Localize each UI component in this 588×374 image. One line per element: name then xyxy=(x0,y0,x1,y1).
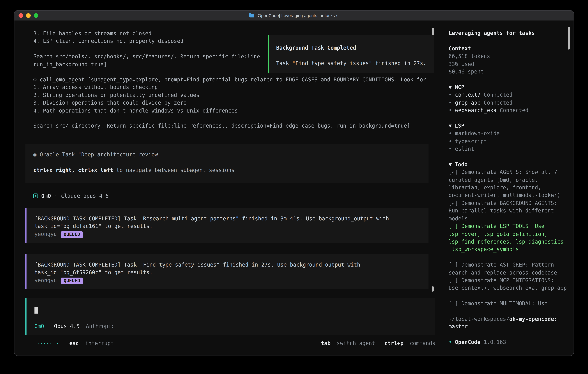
nav-hint-keys: ctrl+x right, ctrl+x left xyxy=(33,167,113,173)
bullet-icon: • xyxy=(449,146,452,152)
agent-separator: · xyxy=(54,192,57,200)
bullet-icon: • xyxy=(449,138,452,144)
terminal-window: [OpenCode] Leveraging agents for tasks ◐… xyxy=(14,10,574,356)
mcp-name: websearch_exa xyxy=(455,107,497,113)
sidebar: Leveraging agents for tasks Context 66,5… xyxy=(442,21,574,355)
tool-call-args: 1. Array access without bounds checking … xyxy=(33,83,435,114)
message-text: [BACKGROUND TASK COMPLETED] Task "Find t… xyxy=(34,261,422,276)
status-right: tab switch agent ctrl+p commands xyxy=(321,339,435,347)
esc-key-hint: esc xyxy=(69,340,79,346)
mcp-section: ▼MCP • context7 Connected • grep_app Con… xyxy=(449,83,567,114)
lsp-name: markdown-oxide xyxy=(455,130,500,136)
mcp-heading: ▼MCP xyxy=(449,83,567,91)
commands-label: commands xyxy=(410,340,435,346)
oracle-title: Oracle Task "Deep architecture review" xyxy=(40,151,161,157)
message-author: yeongyu xyxy=(34,277,57,283)
status-bar: ········ esc interrupt tab switch agent … xyxy=(33,339,435,347)
todo-heading: ▼Todo xyxy=(449,161,567,168)
folder-icon xyxy=(249,14,254,17)
mcp-item: • grep_app Connected xyxy=(449,99,567,106)
switch-agent-label: switch agent xyxy=(337,340,375,346)
prompt-input[interactable]: OmO Opus 4.5 Anthropic xyxy=(25,298,435,335)
mcp-name: context7 xyxy=(455,92,481,98)
bullet-icon: • xyxy=(449,339,452,345)
bullet-icon: • xyxy=(449,130,452,136)
input-provider: Anthropic xyxy=(86,323,115,329)
message-meta: yeongyuQUEUED xyxy=(34,276,422,284)
nav-hint-text: to navigate between subagent sessions xyxy=(113,167,234,173)
bullet-icon: • xyxy=(449,107,452,113)
lsp-item: • markdown-oxide xyxy=(449,130,567,137)
queued-badge: QUEUED xyxy=(61,231,83,238)
agent-model: claude-opus-4-5 xyxy=(61,192,109,200)
context-heading: Context xyxy=(449,44,567,52)
message-block: [BACKGROUND TASK COMPLETED] Task "Find t… xyxy=(25,254,428,289)
bullet-icon: • xyxy=(449,100,452,105)
oracle-icon: ◉ xyxy=(33,151,36,157)
notification-title: Background Task Completed xyxy=(276,44,434,52)
context-section: Context 66,518 tokens 33% used $0.46 spe… xyxy=(449,44,567,75)
todo-item: [ ] Demonstrate MULTIMODAL: Use xyxy=(449,300,567,307)
app-version: 1.0.163 xyxy=(484,339,506,345)
interrupt-label: interrupt xyxy=(85,340,114,346)
main-terminal: 3. File handles or streams not closed 4.… xyxy=(14,21,442,355)
close-button[interactable] xyxy=(19,13,23,18)
collapse-triangle-icon: ▼ xyxy=(449,84,452,90)
agent-header: OmO · claude-opus-4-5 xyxy=(33,192,109,200)
sidebar-scrollbar-thumb[interactable] xyxy=(568,27,570,50)
window-title-text: [OpenCode] Leveraging agents for tasks ◐ xyxy=(257,13,338,18)
titlebar: [OpenCode] Leveraging agents for tasks ◐ xyxy=(14,10,574,21)
desktop: [OpenCode] Leveraging agents for tasks ◐… xyxy=(0,0,588,374)
todo-item: [ ] Demonstrate LSP TOOLS: Use lsp_hover… xyxy=(449,222,567,253)
message-text: [BACKGROUND TASK COMPLETED] Task "Resear… xyxy=(34,215,422,230)
gear-icon: ⚙ xyxy=(33,76,36,83)
todo-item: [✓] Demonstrate AGENTS: Show all 7 curat… xyxy=(449,168,567,199)
collapse-triangle-icon: ▼ xyxy=(449,161,452,167)
collapse-triangle-icon: ▼ xyxy=(449,123,452,129)
input-agent-name: OmO xyxy=(34,323,44,329)
todo-item: [✓] Demonstrate BACKGROUND AGENTS: Run p… xyxy=(449,199,567,222)
lsp-heading: ▼LSP xyxy=(449,122,567,130)
mcp-item: • websearch_exa Connected xyxy=(449,106,567,114)
notification-toast: Background Task Completed Task "Find typ… xyxy=(268,35,434,73)
lsp-name: typescript xyxy=(455,138,487,144)
mcp-status: Connected xyxy=(484,92,513,98)
tool-call-header: call_omo_agent [subagent_type=explore, p… xyxy=(40,76,426,83)
queued-badge: QUEUED xyxy=(61,278,83,284)
spinner-dots: ········ xyxy=(33,340,59,346)
mcp-name: grep_app xyxy=(455,100,481,105)
tool-call-block: ⚙ call_omo_agent [subagent_type=explore,… xyxy=(33,76,435,130)
workspace-prefix: ~/local-workspaces/ xyxy=(449,316,509,322)
workspace-path: ~/local-workspaces/oh-my-opencode: maste… xyxy=(449,315,567,331)
bullet-icon: • xyxy=(449,92,452,98)
text-cursor xyxy=(34,307,38,314)
subagent-nav-hint: ctrl+x right, ctrl+x left to navigate be… xyxy=(33,166,422,174)
tab-key-hint: tab xyxy=(321,340,331,346)
workspace-branch: master xyxy=(449,323,567,331)
zoom-button[interactable] xyxy=(34,13,38,18)
todo-item: [ ] Demonstrate AST-GREP: Pattern search… xyxy=(449,261,567,277)
lsp-item: • typescript xyxy=(449,137,567,145)
context-used: 33% used xyxy=(449,60,567,68)
agent-name: OmO xyxy=(41,192,51,200)
todo-item: [ ] Demonstrate MCP INTEGRATIONS: Use co… xyxy=(449,276,567,292)
message-author: yeongyu xyxy=(34,231,57,237)
message-block: [BACKGROUND TASK COMPLETED] Task "Resear… xyxy=(25,208,428,243)
opencode-version: • OpenCode 1.0.163 xyxy=(449,338,567,346)
session-title: Leveraging agents for tasks xyxy=(449,29,567,37)
context-tokens: 66,518 tokens xyxy=(449,52,567,60)
minimize-button[interactable] xyxy=(26,13,31,18)
workspace-repo: oh-my-opencode: xyxy=(509,316,557,322)
context-spent: $0.46 spent xyxy=(449,68,567,75)
oracle-panel: ◉ Oracle Task "Deep architecture review"… xyxy=(25,144,428,183)
input-model: Opus 4.5 xyxy=(54,323,80,329)
notification-body: Task "Find type safety issues" finished … xyxy=(276,59,434,67)
message-scrollbar-thumb[interactable] xyxy=(432,286,434,292)
tool-call-footer: Search src/ directory. Return specific f… xyxy=(33,122,435,130)
mcp-status: Connected xyxy=(484,100,513,105)
mcp-item: • context7 Connected xyxy=(449,91,567,99)
mcp-status: Connected xyxy=(500,107,528,113)
input-meta: OmO Opus 4.5 Anthropic xyxy=(34,322,115,330)
message-meta: yeongyuQUEUED xyxy=(34,230,422,238)
app-name: OpenCode xyxy=(455,339,481,345)
